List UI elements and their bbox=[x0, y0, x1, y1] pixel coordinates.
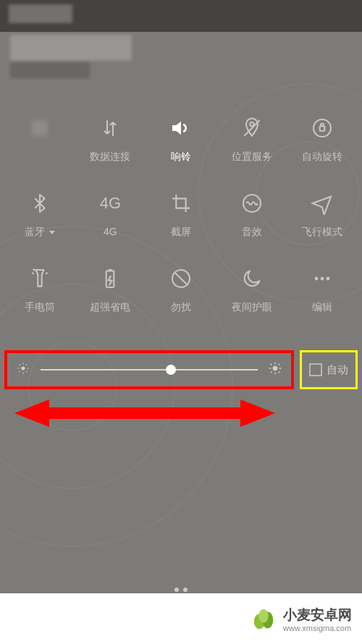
bluetooth-icon bbox=[28, 191, 52, 216]
svg-point-1 bbox=[250, 122, 253, 126]
tile-label: 位置服务 bbox=[232, 151, 272, 164]
panel-handle[interactable] bbox=[174, 588, 188, 592]
brightness-slider-container bbox=[4, 350, 294, 389]
auto-brightness-toggle[interactable]: 自动 bbox=[300, 350, 358, 389]
svg-point-33 bbox=[258, 609, 268, 623]
header-time-redacted bbox=[10, 35, 132, 61]
tile-label: 自动旋转 bbox=[302, 151, 342, 164]
tile-airplane[interactable]: 飞行模式 bbox=[287, 184, 358, 259]
4g-icon: 4G bbox=[98, 191, 122, 216]
tile-label: 飞行模式 bbox=[302, 226, 342, 239]
moon-icon bbox=[240, 266, 264, 291]
tile-label: 夜间护眼 bbox=[232, 301, 272, 314]
status-bar-redacted bbox=[9, 4, 72, 23]
brightness-thumb[interactable] bbox=[166, 365, 176, 375]
auto-label: 自动 bbox=[327, 363, 348, 377]
tile-label: 蓝牙 bbox=[25, 226, 55, 239]
tile-sound-ring[interactable]: 响铃 bbox=[146, 109, 216, 184]
lock-rotate-icon bbox=[310, 116, 334, 140]
tile-auto-rotate[interactable]: 自动旋转 bbox=[287, 109, 358, 184]
tile-location[interactable]: 位置服务 bbox=[216, 109, 287, 184]
location-pin-icon bbox=[240, 116, 264, 140]
sound-wave-icon bbox=[240, 191, 264, 216]
checkbox-icon bbox=[309, 363, 322, 376]
crop-icon bbox=[169, 191, 193, 216]
svg-line-18 bbox=[26, 371, 27, 372]
tile-label: 4G bbox=[104, 226, 117, 237]
unknown-icon bbox=[28, 116, 52, 140]
header-date-redacted bbox=[10, 62, 90, 78]
svg-line-19 bbox=[20, 371, 20, 372]
tile-bluetooth[interactable]: 蓝牙 bbox=[4, 184, 75, 259]
tile-power-save[interactable]: 超强省电 bbox=[75, 259, 146, 334]
tile-4g[interactable]: 4G 4G bbox=[75, 184, 146, 259]
svg-point-10 bbox=[321, 277, 324, 281]
brightness-high-icon bbox=[268, 361, 282, 378]
flashlight-icon bbox=[28, 266, 52, 291]
tile-label: 超强省电 bbox=[90, 301, 130, 314]
tile-edit[interactable]: 编辑 bbox=[287, 259, 358, 334]
svg-rect-4 bbox=[320, 126, 325, 131]
svg-marker-30 bbox=[14, 399, 275, 427]
annotation-arrow bbox=[14, 397, 275, 430]
watermark-logo-icon bbox=[250, 605, 277, 632]
dnd-icon bbox=[169, 266, 193, 291]
svg-point-9 bbox=[315, 277, 319, 281]
tile-label: 勿扰 bbox=[171, 301, 191, 314]
tile-flashlight[interactable]: 手电筒 bbox=[4, 259, 75, 334]
tile-label: 响铃 bbox=[171, 151, 191, 164]
svg-line-29 bbox=[279, 364, 280, 365]
quick-settings-grid: 数据连接 响铃 位置服务 bbox=[0, 109, 362, 334]
svg-point-12 bbox=[22, 367, 25, 370]
tile-label: 数据连接 bbox=[90, 151, 130, 164]
watermark-bar: 小麦安卓网 www.xmsigma.com bbox=[0, 593, 362, 644]
svg-point-11 bbox=[327, 277, 330, 281]
svg-line-20 bbox=[26, 365, 27, 365]
brightness-low-icon bbox=[16, 361, 30, 378]
watermark-name: 小麦安卓网 bbox=[283, 606, 352, 624]
more-dots-icon bbox=[310, 266, 334, 291]
airplane-icon bbox=[310, 191, 334, 216]
svg-line-26 bbox=[271, 364, 272, 365]
svg-line-28 bbox=[271, 372, 272, 373]
svg-point-3 bbox=[313, 119, 331, 137]
svg-line-8 bbox=[174, 272, 188, 286]
tile-label: 截屏 bbox=[171, 226, 191, 239]
svg-line-17 bbox=[20, 365, 20, 365]
tile-label: 编辑 bbox=[312, 301, 332, 314]
tile-night[interactable]: 夜间护眼 bbox=[216, 259, 287, 334]
battery-bolt-icon bbox=[98, 266, 122, 291]
tile-sound-effect[interactable]: 音效 bbox=[216, 184, 287, 259]
tile-label: 手电筒 bbox=[25, 301, 55, 314]
svg-point-21 bbox=[273, 366, 278, 371]
tile-data-connection[interactable]: 数据连接 bbox=[75, 109, 146, 184]
tile-label: 音效 bbox=[242, 226, 262, 239]
volume-icon bbox=[169, 116, 193, 140]
tile-unknown-1[interactable] bbox=[4, 109, 75, 184]
brightness-slider[interactable] bbox=[41, 369, 258, 370]
svg-line-27 bbox=[279, 372, 280, 373]
data-arrows-icon bbox=[98, 116, 122, 140]
watermark-url: www.xmsigma.com bbox=[283, 624, 351, 632]
tile-dnd[interactable]: 勿扰 bbox=[146, 259, 216, 334]
svg-rect-0 bbox=[32, 120, 47, 135]
tile-screenshot[interactable]: 截屏 bbox=[146, 184, 216, 259]
